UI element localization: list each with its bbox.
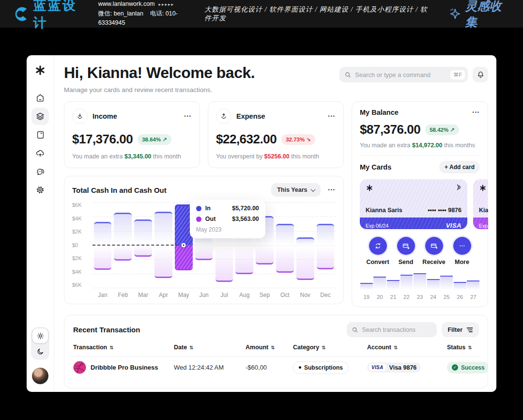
x-axis-label: Mar [133,292,154,298]
dark-mode-button[interactable] [32,344,48,358]
transactions-title: Recent Transaction [73,326,140,334]
lanlan-logo[interactable]: 蓝蓝设计 [13,0,88,31]
card-holder-name: Kianna Saris [366,207,402,214]
balance-title: My Balance [360,109,399,116]
mini-axis-label: 25 [440,294,453,300]
banner-wechat: 微信: ben_lanlan [98,10,143,17]
card-expiry: Exp 06/2 [479,223,488,229]
inspiration-collect[interactable]: 灵感收集 [448,0,510,30]
col-header-amount[interactable]: Amount⇅ [246,344,293,356]
col-header-account[interactable]: Account⇅ [367,344,447,356]
visa-logo: VISA [446,222,461,229]
topbar: Hi, Kianna! Welcome back. Manage your ca… [64,64,488,93]
bell-icon [477,71,485,79]
light-mode-button[interactable] [32,328,48,343]
col-header-transaction[interactable]: Transaction⇅ [73,344,174,356]
y-axis-label: $2K [72,256,89,261]
filter-button[interactable]: Filter [442,322,479,337]
convert-button[interactable]: Convert [364,237,392,265]
table-header-row: Transaction⇅ Date⇅ Amount⇅ Category⇅ Acc… [73,344,479,356]
mini-bar-27[interactable] [467,280,479,291]
bar-group-dec[interactable] [315,202,336,288]
user-avatar[interactable] [32,368,48,384]
bar-group-nov[interactable] [295,202,315,288]
expense-note: You overspent by $5256.00 this month [216,153,336,160]
y-axis-label: $0 [72,243,89,248]
quick-actions: Convert Send Receive [360,237,480,265]
mini-bar-22[interactable] [400,275,413,291]
sidebar-item-settings[interactable] [31,181,49,199]
screenshot-root: 蓝蓝设计 www.lanlanwork.com▸▸▸▸▸ 微信: ben_lan… [0,0,523,420]
y-axis-label: $6K [72,202,89,208]
income-note: You made an extra $3,345.00 this month [72,153,192,160]
cashflow-card: Total Cash In and Cash Out This Years ••… [64,176,344,304]
sidebar-item-documents[interactable] [31,126,49,143]
sidebar-item-cloud[interactable] [31,144,49,162]
receive-button[interactable]: Receive [420,237,448,265]
x-axis-label: Oct [275,292,295,298]
banner-url-arrows: ▸▸▸▸▸ [159,2,175,7]
check-icon: ✓ [452,364,458,371]
mini-bar-24[interactable] [427,279,440,291]
tooltip-out-value: $3,563.00 [232,216,259,222]
period-selector[interactable]: This Years [271,183,320,197]
mini-bar-23[interactable] [414,273,426,291]
add-card-button[interactable]: + Add card [439,161,480,173]
transactions-search-input[interactable] [362,327,432,333]
bank-card-primary[interactable]: Kianna Saris •••• •••• 9876 Exp 06/24 VI… [360,179,467,229]
sort-icon: ⇅ [109,345,113,350]
my-cards-title: My Cards [360,163,391,171]
more-button[interactable]: More [448,237,476,265]
app-logo-icon[interactable] [35,65,46,76]
sidebar-item-cards[interactable] [31,108,49,125]
cloud-upload-icon [35,148,45,158]
transaction-amount: -$60,00 [246,364,293,371]
tooltip-in-value: $5,720.00 [232,205,259,212]
notifications-button[interactable] [473,67,488,82]
global-search[interactable]: ⌘F [339,67,468,82]
gridline [92,288,336,288]
cashflow-xlabels: JanFebMarAprMayJunJulAugSepOctNovDec [92,292,336,298]
mini-bar-19[interactable] [360,283,373,291]
search-input[interactable] [355,71,447,78]
col-header-category[interactable]: Category⇅ [293,344,367,356]
cashflow-menu-button[interactable]: ••• [328,187,336,192]
send-button[interactable]: Send [392,237,420,265]
card-logo-icon [366,184,373,192]
account-badge: VISAVisa 9876 [367,362,421,373]
banner-url[interactable]: www.lanlanwork.com [98,0,155,7]
sidebar-item-messages[interactable] [31,163,49,180]
chevron-down-icon [310,187,315,192]
sidebar-item-home[interactable] [31,89,49,107]
layers-icon [35,111,45,121]
expense-menu-button[interactable]: ••• [328,114,336,119]
expense-amount: $22,632.00 [216,132,277,147]
search-shortcut-badge: ⌘F [450,70,465,79]
col-header-date[interactable]: Date⇅ [174,344,246,356]
mini-bar-25[interactable] [440,276,453,291]
cashflow-title: Total Cash In and Cash Out [72,186,167,194]
card-number-masked: •••• •••• 9876 [428,207,461,214]
bar-group-oct[interactable] [275,202,295,288]
expense-upload-icon [216,109,231,124]
banner-contact: www.lanlanwork.com▸▸▸▸▸ 微信: ben_lanlan电话… [98,0,204,28]
sun-icon [36,332,45,340]
mini-bar-21[interactable] [387,280,400,291]
x-axis-label: Feb [113,292,133,298]
y-axis-label: $4K [72,269,89,275]
page-title: Hi, Kianna! Welcome back. [64,64,255,82]
table-row[interactable]: Dribbble Pro Business Wed 12:24:42 AM -$… [73,356,479,378]
mini-bar-26[interactable] [454,282,466,291]
income-amount: $17,376.00 [72,132,133,147]
income-menu-button[interactable]: ••• [185,114,192,119]
col-header-status[interactable]: Status⇅ [447,344,479,356]
mini-bar-20[interactable] [373,277,386,291]
moon-icon [36,347,45,356]
bank-card-secondary[interactable]: Kianna Exp 06/2 [473,179,488,229]
x-axis-label: Nov [295,292,315,298]
filter-icon [466,327,473,333]
balance-menu-button[interactable]: ••• [473,110,480,115]
transactions-search[interactable] [347,322,437,337]
search-icon [352,327,358,333]
balance-change-badge: 58.42% ↗ [425,124,459,135]
